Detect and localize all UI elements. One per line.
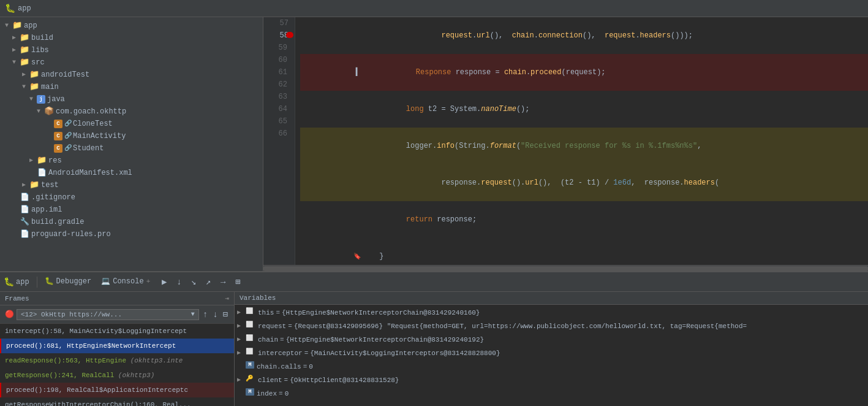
sidebar-item-main[interactable]: 📁 main: [0, 81, 263, 93]
btn-resume[interactable]: ▶: [157, 275, 171, 289]
var-arrow-client: ▶: [237, 375, 246, 386]
btn-evaluate[interactable]: ⊞: [231, 275, 244, 289]
frame-label-proceed681: proceed():681, HttpEngine$NetworkInterce…: [6, 342, 176, 350]
code-lines: request.url(), chain.connection(), reque…: [295, 17, 868, 265]
frames-panel: Frames ⇥ 🔴 <12> OkHttp https://ww... ▼ ↑…: [0, 292, 235, 406]
sidebar-item-app[interactable]: 📁 app: [0, 20, 263, 32]
sidebar-item-buildgradle[interactable]: 🔧 build.gradle: [0, 216, 263, 228]
btn-down[interactable]: ↓: [211, 308, 219, 321]
sidebar-label-buildgradle: build.gradle: [31, 216, 84, 228]
sidebar-label-student: Student: [73, 143, 104, 154]
line-num-59: 59: [267, 42, 291, 54]
frame-item-intercept[interactable]: intercept():58, MainActivity$LoggingInte…: [0, 324, 234, 339]
btn-step-out[interactable]: ↗: [202, 275, 215, 289]
var-name-request: request: [258, 321, 286, 332]
folder-icon-test: 📁: [29, 181, 39, 190]
var-item-interceptor[interactable]: ▶ ⬜ interceptor = {MainActivity$LoggingI…: [235, 347, 868, 360]
frame-item-proceed198[interactable]: proceed():198, RealCall$ApplicationInter…: [0, 383, 234, 397]
interface-marker-mainactivity: 🔗: [64, 131, 72, 142]
frames-title: Frames: [5, 295, 29, 302]
frames-header: Frames ⇥: [0, 292, 234, 305]
console-tab-label: Console: [113, 277, 143, 286]
sidebar-item-student[interactable]: C 🔗 Student: [0, 142, 263, 155]
sidebar-item-build[interactable]: 📁 build: [0, 32, 263, 44]
tab-debugger[interactable]: 🐛 Debugger: [40, 274, 97, 289]
var-icon-index: M: [246, 388, 254, 396]
thread-selector-row: 🔴 <12> OkHttp https://ww... ▼ ↑ ↓ ⊟: [0, 305, 234, 324]
arrow-pkg: [37, 106, 44, 117]
var-eq-chaincalls: =: [303, 361, 308, 372]
btn-filter[interactable]: ⊟: [222, 308, 229, 321]
var-eq-request: =: [288, 321, 292, 332]
var-arrow-this: ▶: [237, 307, 246, 318]
frame-label-readresponse: readResponse():563, HttpEngine (okhttp3.…: [5, 357, 183, 364]
arrow-main: [22, 82, 29, 93]
arrow-app: [5, 20, 12, 31]
scrollbar-thumb[interactable]: [263, 266, 868, 271]
arrow-build: [12, 33, 20, 44]
mode-bug-icon: 🐛: [5, 3, 15, 13]
sidebar-label-java: java: [47, 94, 65, 105]
arrow-test: [22, 180, 29, 191]
sidebar-item-test[interactable]: 📁 test: [0, 179, 263, 191]
var-icon-chain: ⬜: [246, 334, 257, 343]
frame-item-getresponsewithchain[interactable]: getResponseWithInterceptorChain():160, R…: [0, 397, 234, 406]
arrow-androidtest: [22, 69, 29, 80]
line-num-58: 58: [267, 29, 291, 42]
var-item-chain-calls[interactable]: M chain.calls = 0: [235, 360, 868, 373]
var-item-this[interactable]: ▶ ⬜ this = {HttpEngine$NetworkIntercepto…: [235, 306, 868, 320]
folder-icon-libs: 📁: [20, 46, 29, 55]
sidebar-item-androidtest[interactable]: 📁 androidTest: [0, 69, 263, 81]
btn-up[interactable]: ↑: [202, 308, 209, 321]
btn-run-cursor[interactable]: →: [216, 275, 230, 289]
var-name-interceptor: interceptor: [258, 348, 303, 359]
var-item-client[interactable]: ▶ 🔑 client = {OkHttpClient@831428831528}: [235, 373, 868, 387]
frame-item-readresponse[interactable]: readResponse():563, HttpEngine (okhttp3.…: [0, 353, 234, 368]
pkg-icon: 📦: [44, 107, 54, 116]
thread-selector[interactable]: <12> OkHttp https://ww... ▼: [17, 309, 199, 320]
tab-console[interactable]: 💻 Console +: [96, 274, 155, 289]
var-item-request[interactable]: ▶ ⬜ request = {Request@831429095696} "Re…: [235, 320, 868, 333]
sidebar-item-res[interactable]: 📁 res: [0, 155, 263, 167]
thread-dropdown-icon: ▼: [191, 311, 195, 318]
var-icon-client: 🔑: [246, 375, 257, 383]
sidebar: 📁 app 📁 build 📁 libs 📁 src: [0, 17, 263, 271]
arrow-libs: [12, 45, 20, 56]
variables-header: Variables: [235, 292, 868, 305]
arrow-java: [29, 94, 37, 105]
sidebar-item-proguard[interactable]: 📄 proguard-rules.pro: [0, 228, 263, 240]
var-arrow-chain: ▶: [237, 334, 246, 345]
sidebar-item-libs[interactable]: 📁 libs: [0, 44, 263, 56]
var-val-chaincalls: 0: [309, 361, 313, 372]
var-item-index[interactable]: M index = 0: [235, 387, 868, 400]
frame-label-getresponse: getResponse():241, RealCall (okhttp3): [5, 372, 154, 379]
frame-item-proceed681[interactable]: proceed():681, HttpEngine$NetworkInterce…: [0, 339, 234, 353]
btn-step-into[interactable]: ↘: [187, 275, 200, 289]
var-icon-chaincalls: M: [246, 361, 254, 369]
var-name-chain: chain: [258, 334, 278, 345]
sidebar-item-appiml[interactable]: 📄 app.iml: [0, 204, 263, 216]
app-container: 🐛 app 📁 app 📁 build 📁 libs: [0, 0, 868, 406]
var-arrow-request: ▶: [237, 321, 246, 332]
line-num-63: 63: [267, 91, 291, 103]
sidebar-label-proguard: proguard-rules.pro: [31, 229, 111, 240]
console-add-icon[interactable]: +: [146, 278, 151, 285]
btn-step-over[interactable]: ↓: [172, 275, 186, 289]
line-num-61: 61: [267, 66, 291, 79]
sidebar-item-clonetest[interactable]: C 🔗 CloneTest: [0, 118, 263, 130]
var-item-chain[interactable]: ▶ ⬜ chain = {HttpEngine$NetworkIntercept…: [235, 333, 868, 347]
sidebar-item-java[interactable]: j java: [0, 93, 263, 105]
editor-scrollbar[interactable]: [263, 265, 868, 271]
sidebar-item-src[interactable]: 📁 src: [0, 56, 263, 69]
sidebar-item-gitignore[interactable]: 📄 .gitignore: [0, 191, 263, 204]
sidebar-item-mainactivity[interactable]: C 🔗 MainActivity: [0, 130, 263, 142]
line-num-64: 64: [267, 103, 291, 115]
var-val-request: {Request@831429095696} "Request{method=G…: [294, 321, 747, 332]
debug-app-label: app: [16, 278, 29, 286]
main-area: 📁 app 📁 build 📁 libs 📁 src: [0, 17, 868, 271]
frame-item-getresponse[interactable]: getResponse():241, RealCall (okhttp3): [0, 368, 234, 383]
sidebar-item-pkg[interactable]: 📦 com.goach.okhttp: [0, 105, 263, 118]
code-line-58: ▍ Response response = chain.proceed(requ…: [300, 54, 868, 91]
frames-expand-icon[interactable]: ⇥: [225, 294, 229, 302]
sidebar-item-androidmanifest[interactable]: 📄 AndroidManifest.xml: [0, 167, 263, 179]
